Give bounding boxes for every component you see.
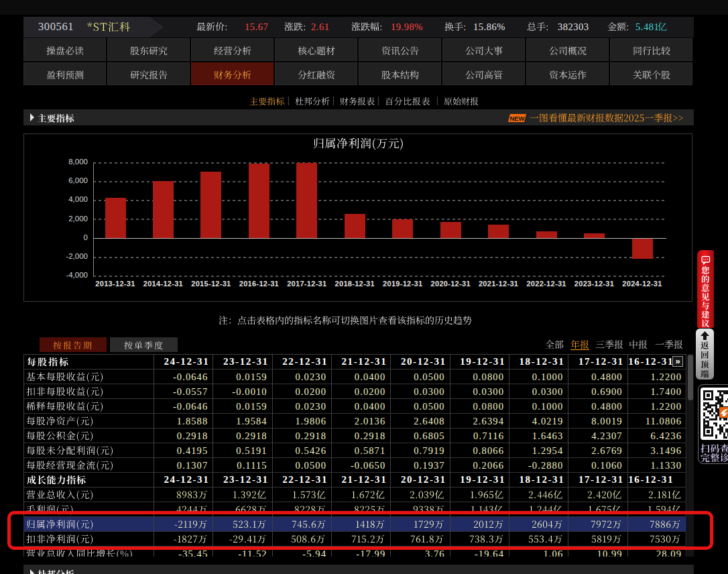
- svg-text:NEW: NEW: [509, 115, 524, 122]
